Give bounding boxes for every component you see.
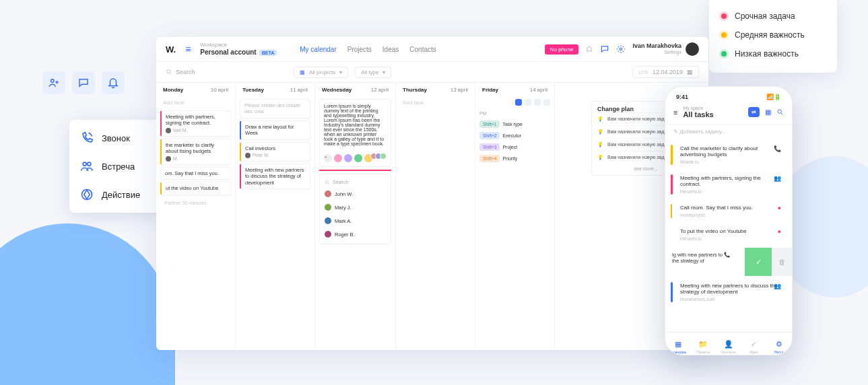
phone-search-icon[interactable] (776, 108, 784, 116)
user-menu[interactable]: Ivan Marakhovka Settings (632, 42, 699, 56)
nav-ideas[interactable]: Ideas (382, 46, 399, 53)
search-input[interactable]: Search (166, 69, 233, 75)
task-text: Meeting with partners, signing the contr… (166, 114, 226, 127)
color-dot-icon[interactable] (354, 154, 362, 162)
task-card[interactable]: om. Say that I miss you. (160, 167, 231, 180)
task-card-expanded[interactable]: Lorem Ipsum is simply dummy text of the … (319, 99, 391, 167)
menu-meeting-label: Встреча (102, 162, 135, 172)
phone-task-text: To put the video on Youtube (676, 228, 781, 234)
priority-stripe (671, 282, 673, 302)
task-card[interactable]: ut the video on Youtube (160, 182, 231, 195)
task-text: Please create des create des crea (244, 102, 306, 115)
tab-calendar[interactable]: ▦Календарь (674, 340, 682, 348)
color-dot-icon[interactable] (344, 154, 352, 162)
add-user-icon[interactable] (42, 71, 65, 94)
col-wed-name: Wednesday (322, 87, 352, 93)
tab-ideas[interactable]: ✓Идеи (750, 340, 758, 348)
workspace-name: Personal account (200, 48, 256, 56)
swipe-delete-button[interactable]: 🗑 (772, 248, 792, 276)
tab-contacts[interactable]: 👤Контакты (725, 340, 733, 348)
view-toggle[interactable] (515, 99, 522, 106)
nav-my-calendar[interactable]: My calendar (300, 46, 336, 53)
column-thursday: Thursday13 april Add task (396, 83, 475, 349)
date-picker[interactable]: LITE 12.04.2019 ▦ (632, 66, 699, 78)
view-toggle[interactable] (534, 99, 541, 106)
bell-icon[interactable] (102, 71, 125, 94)
filter-type[interactable]: All type ▾ (355, 67, 391, 78)
header-gear-icon[interactable] (616, 44, 626, 54)
col-tue-date: 11 april (290, 87, 308, 93)
add-icon[interactable]: + (324, 154, 332, 162)
phone-task[interactable]: Call the marketer to clarify about adver… (671, 141, 787, 168)
shortcut-chip: Shift+4 (479, 155, 500, 162)
phone-title: All tasks (683, 110, 743, 118)
svg-point-4 (620, 48, 623, 50)
no-phone-badge[interactable]: No phone (545, 44, 579, 55)
col-fri-date: 14 april (530, 87, 547, 93)
col-mon-name: Monday (163, 87, 183, 93)
shortcut-label: Executor (502, 133, 521, 138)
header-bell-icon[interactable] (585, 45, 593, 53)
avatar-icon (166, 156, 171, 162)
search-icon (166, 69, 172, 75)
brand-logo[interactable]: W. (166, 44, 176, 55)
view-toggle[interactable] (525, 99, 531, 106)
phone-menu-icon[interactable]: ≡ (673, 108, 677, 116)
dot-green-icon (721, 51, 727, 57)
phone-add-task[interactable]: ✎ Добавить задачу... (665, 125, 792, 139)
phone-task-source: Wbeek.ru (676, 160, 781, 164)
person-name: John W. (335, 191, 353, 197)
shortcut-row[interactable]: Shift+1Task type (479, 118, 550, 130)
task-card[interactable]: Please create des create des crea (240, 99, 310, 118)
filter-type-label: All type (361, 69, 378, 75)
filter-projects[interactable]: ▦ All projects ▾ (294, 67, 348, 78)
shortcut-row[interactable]: Shift+2Executor (479, 130, 550, 141)
assignee-avatars (372, 153, 387, 160)
chat-icon[interactable] (72, 71, 95, 94)
header-chat-icon[interactable] (600, 44, 609, 54)
phone-task[interactable]: Meeting with new partners to discuss the… (671, 279, 787, 306)
add-task-mon[interactable]: Add task (156, 97, 235, 108)
phone-task[interactable]: Meeting with partners, signing the contr… (671, 171, 787, 198)
color-dot-icon[interactable] (334, 154, 342, 162)
menu-action-label: Действие (102, 190, 140, 200)
menu-icon[interactable]: ≡ (185, 44, 191, 55)
person-row[interactable]: Mark A. (323, 214, 388, 228)
task-card[interactable]: Draw a new layout for Week (240, 120, 310, 140)
person-row[interactable]: John W. (323, 187, 388, 201)
phone-swipe-task[interactable]: ig with new partners to 📞 the strategy o… (665, 248, 792, 276)
signal-icon: 📶🔋 (766, 94, 781, 100)
person-search-popup: Search John W. Mary J. Mark A. Roger B. (319, 174, 391, 244)
tab-projects[interactable]: 📁Проекты (699, 340, 707, 348)
nav-projects[interactable]: Projects (347, 46, 372, 53)
phone-filter-icon[interactable]: ▦ (765, 108, 771, 116)
nav-contacts[interactable]: Contacts (409, 46, 436, 53)
task-card[interactable]: Call investors Peter M. (240, 142, 310, 162)
person-row[interactable]: Mary J. (323, 201, 388, 214)
left-icon-row (42, 71, 125, 94)
avatar-icon (325, 217, 331, 224)
phone-task[interactable]: To put the video on Youtube ● Heroerts.i… (671, 224, 787, 245)
phone-toggle-button[interactable]: ⇄ (748, 107, 760, 117)
shortcut-row[interactable]: Shift+3Project (479, 141, 550, 153)
phone-call-icon: 📞 (774, 145, 781, 152)
phone-task-text: Call mom. Say that I miss you. (676, 205, 781, 211)
add-task-thu[interactable]: Add task (396, 97, 475, 108)
phone-task-text: Meeting with partners, signing the contr… (676, 175, 781, 187)
tab-settings[interactable]: ⚙Настр. (775, 340, 783, 348)
current-date: 12.04.2019 (653, 69, 683, 75)
popup-search-input[interactable]: Search (323, 177, 388, 187)
task-card[interactable]: the marketer to clarify about tising bud… (160, 139, 231, 165)
task-text: ut the video on Youtube (166, 185, 226, 191)
phone-header: ≡ My space All tasks ⇄ ▦ (665, 103, 792, 125)
person-row[interactable]: Roger B. (323, 228, 388, 241)
search-placeholder: Search (176, 69, 195, 75)
shortcut-row[interactable]: Shift+4Priority (479, 153, 550, 164)
task-card[interactable]: Meeting with new partners to discuss the… (240, 164, 310, 189)
phone-task[interactable]: Call mom. Say that I miss you. ● Homepro… (671, 201, 787, 221)
swipe-complete-button[interactable]: ✓ (745, 248, 772, 276)
workspace-selector[interactable]: Workspace Personal accountBETA (200, 42, 277, 56)
legend-low: Низкая важность (721, 44, 825, 63)
task-card[interactable]: Meeting with partners, signing the contr… (160, 110, 231, 137)
view-toggle[interactable] (543, 99, 550, 106)
